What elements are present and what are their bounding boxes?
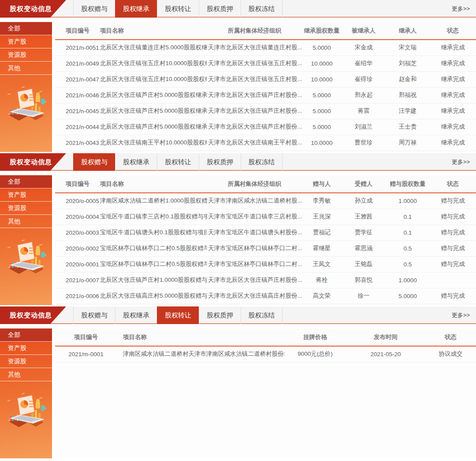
category-sidebar: 全部资产股资源股其他: [0, 175, 52, 305]
equity-freeze-tab[interactable]: 股权冻结: [241, 153, 283, 171]
equity-freeze-tab[interactable]: 股权冻结: [241, 0, 283, 18]
sidebar-item-all[interactable]: 全部: [0, 22, 52, 35]
table-cell: 赠与完成: [430, 193, 476, 209]
table-row[interactable]: 2021/n-0044北辰区大张庄镇芦庄村5.0000股股权继承...天津市北辰…: [55, 119, 476, 135]
table-cell: 蒋震: [342, 103, 386, 119]
table-cell: 汪学建: [386, 103, 430, 119]
table-row[interactable]: 2021/n-0046北辰区大张庄镇芦庄村5.0000股股权继承...天津市北辰…: [55, 87, 476, 103]
equity-pledge-tab[interactable]: 股权质押: [199, 0, 241, 18]
column-header: 赠与股权数量: [386, 175, 430, 193]
table-cell: 2020/o-0005: [55, 193, 99, 209]
table-row[interactable]: 2021/n-0047北辰区大张庄镇张五庄村10.0000股股权继...天津市北…: [55, 71, 476, 87]
table-row[interactable]: 2020/o-0003宝坻区牛道口镇塘头村0.1股股权赠与项目天津市宝坻区牛道口…: [55, 225, 476, 240]
table-cell: 2021-05-20: [346, 346, 425, 362]
equity-gift-tab[interactable]: 股权赠与: [73, 306, 115, 324]
equity-pledge-tab[interactable]: 股权质押: [199, 153, 241, 171]
table-cell: 周万禄: [386, 135, 430, 151]
table-cell: 2021/n-0045: [55, 103, 99, 119]
table-cell: 2021/n-0051: [55, 40, 99, 55]
table-cell: 5.0000: [302, 40, 342, 55]
equity-gift-tab[interactable]: 股权赠与: [73, 0, 115, 18]
panel-title-ribbon: 股权变动信息: [0, 0, 66, 18]
sidebar-item-other[interactable]: 其他: [0, 215, 52, 228]
table-row[interactable]: 2021/n-0049北辰区大张庄镇张五庄村10.0000股股权继...天津市北…: [55, 55, 476, 71]
sidebar-item-other[interactable]: 其他: [0, 62, 52, 75]
column-header: 项目名称: [117, 328, 284, 346]
table-cell: 邢福祝: [386, 87, 430, 103]
equity-transfer-tab[interactable]: 股权转让: [157, 0, 199, 18]
table-cell: 10.0000: [302, 55, 342, 71]
table-row[interactable]: 2021/n-0043北辰区大张庄镇南王平村10.0000股股权继...天津市北…: [55, 135, 476, 151]
table-cell: 继承完成: [430, 55, 476, 71]
table-cell: 北辰区大张庄镇董连庄村5.0000股股权继...: [99, 40, 207, 55]
table-cell: 崔绍华: [342, 55, 386, 71]
table-cell: 赠与完成: [430, 288, 476, 304]
sidebar-item-all[interactable]: 全部: [0, 175, 52, 188]
table-row[interactable]: 2020/o-0001宝坻区林亭口镇林亭口二村0.5股股权赠与...天津市宝坻区…: [55, 256, 476, 272]
table-cell: 刘福芝: [386, 55, 430, 71]
sidebar-item-resource-shares[interactable]: 资源股: [0, 48, 52, 62]
table-row[interactable]: 2021/m-0001津南区咸水沽镇二道桥村天津市津南区咸水沽镇二道桥村股份经.…: [55, 346, 476, 362]
table-container: 项目编号项目名称所属村集体经济组织赠与人受赠人赠与股权数量状态 2020/o-0…: [55, 175, 476, 305]
equity-inheritance-tab[interactable]: 股权继承: [115, 306, 157, 324]
table-cell: 孙立成: [342, 193, 386, 209]
table-cell: 郭喜悦: [342, 272, 386, 288]
table-cell: 北辰区大张庄镇芦庄村5.0000股股权继承...: [99, 87, 207, 103]
table-row[interactable]: 2021/o-0006北辰区大张庄镇高庄村5.0000股股权赠与...天津市北辰…: [55, 288, 476, 304]
laptop-analytics-illustration: [4, 391, 48, 431]
more-link[interactable]: 更多>>: [452, 306, 470, 324]
sidebar-item-asset-shares[interactable]: 资产股: [0, 342, 52, 355]
column-header: 受赠人: [342, 175, 386, 193]
table-cell: 宋金成: [342, 40, 386, 55]
table-cell: 继承完成: [430, 71, 476, 87]
more-link[interactable]: 更多>>: [452, 153, 470, 171]
sidebar-item-resource-shares[interactable]: 资源股: [0, 202, 52, 215]
column-header: 继承人: [386, 22, 430, 40]
sidebar-item-asset-shares[interactable]: 资产股: [0, 35, 52, 48]
sidebar-item-asset-shares[interactable]: 资产股: [0, 188, 52, 202]
table-row[interactable]: 2020/o-0004宝坻区牛道口镇李三店村0.1股股权赠与项目天津市宝坻区牛道…: [55, 209, 476, 225]
equity-change-panel-transfer: 股权变动信息 股权赠与股权继承股权转让股权质押股权冻结 更多>> 全部资产股资源…: [0, 306, 476, 458]
table-cell: 北辰区大张庄镇张五庄村10.0000股股权继...: [99, 55, 207, 71]
table-row[interactable]: 2021/o-0007北辰区大张庄镇芦庄村1.0000股股权赠与...天津市北辰…: [55, 272, 476, 288]
table-cell: 2021/o-0007: [55, 272, 99, 288]
sidebar-item-resource-shares[interactable]: 资源股: [0, 355, 52, 368]
table-cell: 邢永起: [342, 87, 386, 103]
table-cell: 曹世珍: [342, 135, 386, 151]
column-header: 所属村集体经济组织: [207, 175, 302, 193]
table-row[interactable]: 2021/n-0045北辰区大张庄镇芦庄村5.0000股股权继承...天津市北辰…: [55, 103, 476, 119]
equity-transfer-tab[interactable]: 股权转让: [157, 153, 199, 171]
table-row[interactable]: 2021/n-0051北辰区大张庄镇董连庄村5.0000股股权继...天津市北辰…: [55, 40, 476, 55]
table-cell: 王铭磊: [342, 256, 386, 272]
sidebar-item-other[interactable]: 其他: [0, 368, 52, 381]
table-cell: 天津市北辰区大张庄镇芦庄村股份...: [207, 103, 302, 119]
equity-pledge-tab[interactable]: 股权质押: [199, 306, 241, 324]
table-cell: 2021/n-0049: [55, 55, 99, 71]
equity-inheritance-tab[interactable]: 股权继承: [115, 153, 157, 171]
equity-transfer-tab[interactable]: 股权转让: [157, 306, 199, 324]
equity-gift-tab[interactable]: 股权赠与: [73, 153, 115, 171]
column-header: 挂牌价格: [284, 328, 346, 346]
table-cell: 蒋栓: [302, 272, 342, 288]
laptop-analytics-illustration: [4, 85, 48, 125]
table-cell: 刘淑兰: [342, 119, 386, 135]
equity-freeze-tab[interactable]: 股权冻结: [241, 306, 283, 324]
equity-inheritance-tab[interactable]: 股权继承: [115, 0, 157, 18]
table-row[interactable]: 2020/o-0002宝坻区林亭口镇林亭口二村0.5股股权赠与...天津市宝坻区…: [55, 240, 476, 256]
table-cell: 宝坻区林亭口镇林亭口二村0.5股股权赠与...: [99, 240, 207, 256]
column-header: 项目编号: [55, 328, 117, 346]
tab-bar: 股权赠与股权继承股权转让股权质押股权冻结: [73, 153, 476, 171]
table-cell: 0.1: [386, 209, 430, 225]
table-cell: 王雅茜: [342, 209, 386, 225]
table-cell: 10.0000: [302, 135, 342, 151]
table-cell: 2021/m-0001: [55, 346, 117, 362]
table-cell: 王士贵: [386, 119, 430, 135]
more-link[interactable]: 更多>>: [452, 0, 470, 18]
sidebar-item-all[interactable]: 全部: [0, 328, 52, 342]
column-header: 状态: [425, 328, 476, 346]
table-row[interactable]: 2020/o-0005津南区咸水沽镇二道桥村1.0000股股权赠...天津市津南…: [55, 193, 476, 209]
table-cell: 北辰区大张庄镇芦庄村5.0000股股权继承...: [99, 103, 207, 119]
table-cell: 宝坻区牛道口镇塘头村0.1股股权赠与项目: [99, 225, 207, 240]
table-cell: 王凤文: [302, 256, 342, 272]
column-header: 所属村集体经济组织: [207, 22, 302, 40]
